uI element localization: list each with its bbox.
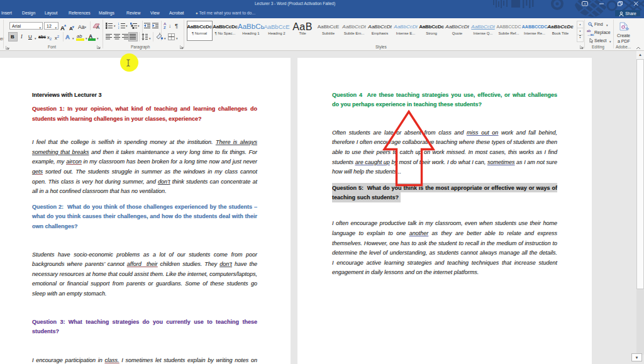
svg-text:2: 2: [118, 26, 119, 29]
svg-text:A: A: [96, 25, 100, 30]
svg-text:1: 1: [118, 23, 119, 26]
